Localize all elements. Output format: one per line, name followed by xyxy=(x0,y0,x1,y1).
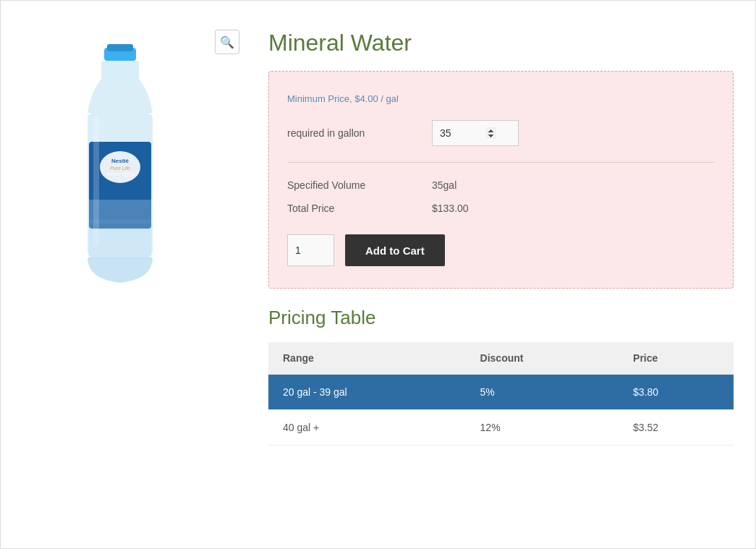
pricing-table: Range Discount Price 20 gal - 39 gal5%$3… xyxy=(268,342,734,446)
bottle-svg: Nestlé Pure Life SPRING WATER xyxy=(48,41,192,308)
add-to-cart-button[interactable]: Add to Cart xyxy=(345,234,445,266)
svg-text:Pure Life: Pure Life xyxy=(110,166,130,171)
cell-discount-1: 12% xyxy=(466,410,619,446)
product-image: Nestlé Pure Life SPRING WATER xyxy=(22,37,218,312)
product-layout: 🔍 xyxy=(15,15,741,460)
quantity-input[interactable] xyxy=(287,234,334,266)
table-row: 40 gal +12%$3.52 xyxy=(268,410,734,446)
total-price-value: $133.00 xyxy=(432,203,469,214)
specified-volume-value: 35gal xyxy=(432,179,456,191)
table-header-row: Range Discount Price xyxy=(268,342,734,375)
table-row: 20 gal - 39 gal5%$3.80 xyxy=(268,375,734,410)
total-price-row: Total Price $133.00 xyxy=(287,197,715,220)
col-header-discount: Discount xyxy=(466,342,619,375)
pricing-section: Pricing Table Range Discount Price 20 ga… xyxy=(268,307,734,446)
col-header-price: Price xyxy=(619,342,734,375)
cart-row: Add to Cart xyxy=(287,234,715,266)
product-title: Mineral Water xyxy=(268,30,734,56)
specified-volume-row: Specified Volume 35gal xyxy=(287,174,715,197)
product-detail-col: Mineral Water Minimum Price, $4.00 / gal… xyxy=(268,30,734,446)
divider-1 xyxy=(287,162,715,163)
required-gallon-input-wrapper xyxy=(432,120,519,146)
purchase-box: Minimum Price, $4.00 / gal required in g… xyxy=(268,71,734,289)
cell-discount-0: 5% xyxy=(466,375,619,410)
zoom-icon: 🔍 xyxy=(220,35,234,49)
qty-input-wrapper xyxy=(287,234,334,266)
cell-price-1: $3.52 xyxy=(619,410,734,446)
specified-volume-label: Specified Volume xyxy=(287,179,432,191)
svg-text:SPRING WATER: SPRING WATER xyxy=(106,172,134,176)
cell-range-1: 40 gal + xyxy=(268,410,466,446)
svg-text:Nestlé: Nestlé xyxy=(111,158,129,164)
min-price-note: Minimum Price, $4.00 / gal xyxy=(287,93,715,104)
svg-rect-2 xyxy=(101,61,139,79)
required-gallon-input[interactable] xyxy=(432,120,519,146)
total-price-label: Total Price xyxy=(287,203,432,214)
col-header-range: Range xyxy=(268,342,466,375)
svg-rect-11 xyxy=(89,200,151,260)
required-gallon-row: required in gallon xyxy=(287,120,715,146)
required-gallon-label: required in gallon xyxy=(287,127,432,139)
cell-range-0: 20 gal - 39 gal xyxy=(268,375,466,410)
svg-rect-1 xyxy=(107,44,133,51)
cell-price-0: $3.80 xyxy=(619,375,734,410)
pricing-table-title: Pricing Table xyxy=(268,307,734,329)
zoom-button[interactable]: 🔍 xyxy=(215,30,239,54)
page-wrapper: 🔍 xyxy=(0,0,756,549)
product-image-col: 🔍 xyxy=(22,30,247,446)
